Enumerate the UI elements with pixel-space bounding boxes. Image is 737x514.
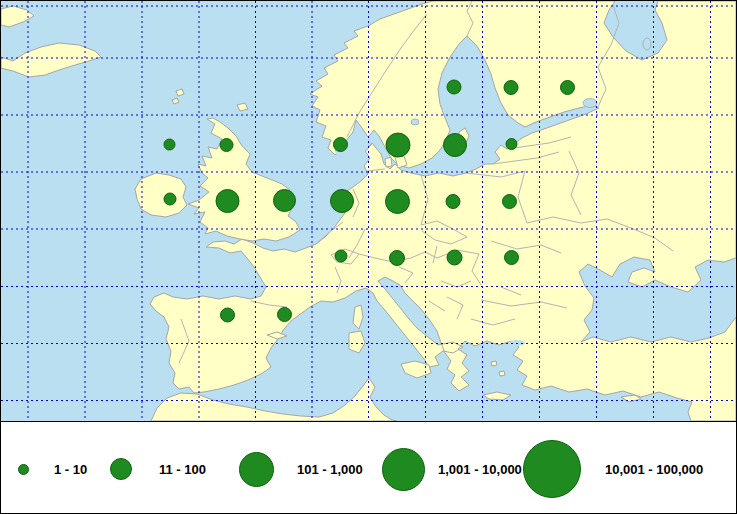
map-dot-spain-north — [221, 308, 235, 322]
legend-symbol-circle — [239, 452, 274, 487]
land-ireland — [135, 173, 187, 217]
map-dot-england-southeast — [274, 190, 296, 212]
legend-symbol-circle — [523, 440, 581, 498]
map-dot-poland — [446, 195, 460, 209]
map-dot-england-wales — [216, 190, 239, 213]
map-dot-switzerland — [335, 250, 347, 262]
map-dot-lithuania-belarus — [503, 195, 517, 209]
legend-item-label: 101 - 1,000 — [297, 462, 363, 477]
map-dot-scotland-north — [220, 139, 233, 152]
map-dot-finland-southwest — [504, 81, 518, 95]
legend-item-label: 1,001 - 10,000 — [438, 462, 522, 477]
lake-onega — [643, 38, 651, 50]
lake-ladoga — [583, 99, 597, 108]
map-dot-finland-east — [561, 81, 575, 95]
map-dot-austria — [390, 251, 405, 266]
legend-symbol-circle — [110, 458, 132, 480]
land-aegean-island-2 — [499, 371, 505, 376]
legend-symbol-circle — [18, 464, 29, 475]
map-dot-sweden-stockholm — [447, 80, 461, 94]
map-dot-romania — [505, 251, 519, 265]
lake-vanern — [411, 119, 419, 125]
europe-map — [1, 1, 736, 421]
map-dot-scotland-west — [164, 139, 175, 150]
map-dot-ireland — [164, 193, 176, 205]
map-dot-sweden-south — [444, 134, 467, 157]
land-funen — [385, 157, 392, 167]
land-aegean-island-1 — [491, 361, 497, 366]
legend: 1 - 1011 - 100101 - 1,0001,001 - 10,0001… — [1, 421, 736, 514]
map-dot-netherlands — [331, 190, 354, 213]
legend-item-label: 10,001 - 100,000 — [605, 462, 703, 477]
map-dot-latvia — [506, 139, 517, 150]
map-dot-norway-south — [334, 138, 348, 152]
legend-symbol-circle — [382, 448, 425, 491]
map-screenshot: 1 - 1011 - 100101 - 1,0001,001 - 10,0001… — [0, 0, 737, 514]
map-dot-denmark — [386, 133, 410, 157]
map-svg — [1, 1, 736, 421]
legend-item-label: 1 - 10 — [54, 462, 87, 477]
legend-item-label: 11 - 100 — [159, 462, 206, 477]
map-dot-spain-northeast — [278, 308, 292, 322]
map-dot-hungary — [447, 250, 462, 265]
map-dot-germany-north — [386, 190, 410, 214]
